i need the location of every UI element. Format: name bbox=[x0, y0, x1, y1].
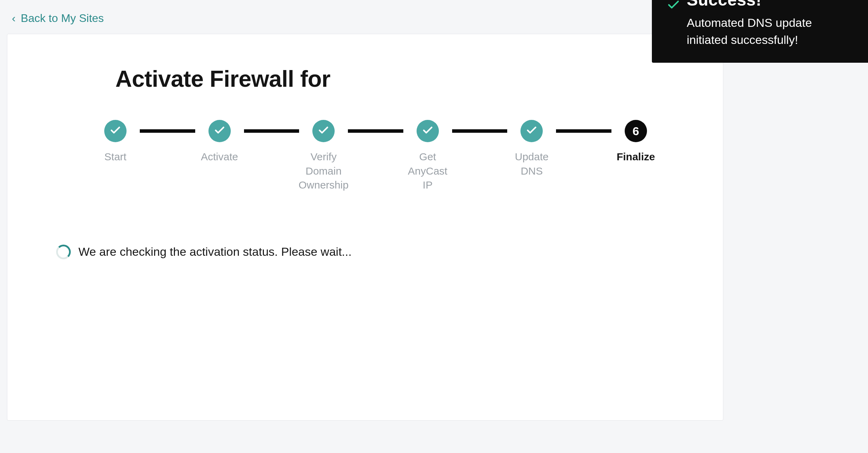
step-circle-done bbox=[417, 120, 439, 142]
step-finalize: 6 Finalize bbox=[611, 120, 660, 164]
check-icon bbox=[318, 124, 329, 138]
step-connector bbox=[452, 129, 508, 133]
step-circle-done bbox=[312, 120, 335, 142]
toast-title: Success! bbox=[687, 0, 853, 9]
chevron-left-icon: ‹ bbox=[12, 12, 16, 24]
step-verify-domain: Verify Domain Ownership bbox=[299, 120, 348, 192]
step-label: Start bbox=[104, 150, 126, 164]
step-circle-current: 6 bbox=[625, 120, 647, 142]
step-circle-done bbox=[208, 120, 231, 142]
check-circle-icon bbox=[667, 0, 680, 13]
step-connector bbox=[140, 129, 195, 133]
check-icon bbox=[526, 124, 538, 138]
stepper: Start Activate Verify Domain Ownership bbox=[91, 120, 660, 192]
step-connector bbox=[348, 129, 403, 133]
step-circle-done bbox=[104, 120, 127, 142]
step-label: Finalize bbox=[617, 150, 655, 164]
step-label: Update DNS bbox=[507, 150, 556, 178]
check-icon bbox=[109, 124, 121, 138]
activation-card: Activate Firewall for Start Activate bbox=[7, 34, 723, 421]
step-update-dns: Update DNS bbox=[507, 120, 556, 178]
check-icon bbox=[422, 124, 434, 138]
step-label: Verify Domain Ownership bbox=[299, 150, 349, 192]
step-circle-done bbox=[520, 120, 543, 142]
step-connector bbox=[244, 129, 299, 133]
step-activate: Activate bbox=[195, 120, 244, 164]
check-icon bbox=[214, 124, 226, 138]
step-label: Get AnyCast IP bbox=[403, 150, 452, 192]
toast-message: Automated DNS update initiated successfu… bbox=[687, 14, 853, 49]
success-toast: Success! Automated DNS update initiated … bbox=[652, 0, 868, 63]
back-link-label: Back to My Sites bbox=[21, 12, 104, 24]
page-title: Activate Firewall for bbox=[115, 66, 674, 92]
step-connector bbox=[556, 129, 611, 133]
back-to-my-sites-link[interactable]: ‹ Back to My Sites bbox=[12, 12, 104, 24]
step-number: 6 bbox=[633, 124, 639, 138]
step-get-anycast-ip: Get AnyCast IP bbox=[403, 120, 452, 192]
status-message: We are checking the activation status. P… bbox=[78, 245, 352, 259]
step-start: Start bbox=[91, 120, 140, 164]
step-label: Activate bbox=[201, 150, 238, 164]
status-row: We are checking the activation status. P… bbox=[56, 245, 674, 259]
spinner-icon bbox=[56, 245, 71, 259]
